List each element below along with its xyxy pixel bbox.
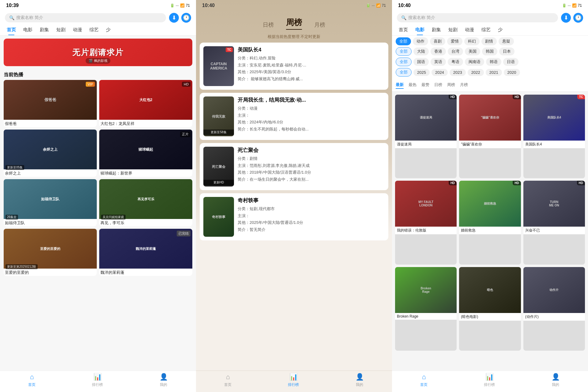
tab-anime-3[interactable]: 动漫 (461, 24, 478, 35)
ranking-item-1[interactable]: CAPTAINAMERICA TC 美国队长4 分类：科幻,动作,冒险 主演：安… (200, 43, 388, 90)
filter-genre-mystery[interactable]: 悬疑 (499, 37, 514, 45)
tab-variety-3[interactable]: 综艺 (478, 24, 494, 35)
movie-badge-4: HD (449, 181, 457, 185)
movie-card-4[interactable]: MY FAULTLONDON HD 我的错误：伦敦版 (395, 181, 457, 264)
sort-weekly[interactable]: 周榜 (447, 82, 455, 89)
ranking-item-4[interactable]: 奇村轶事 奇村轶事 分类：短剧,现代都市 主演： 其他：2025年/中国大陆/普… (200, 193, 388, 240)
bottom-nav-profile-3[interactable]: 👤 我的 (552, 373, 560, 387)
filter-lang-hokkien[interactable]: 闽南语 (465, 58, 484, 66)
card-2[interactable]: 大红包2 HD 大红包2：龙凤呈祥 (99, 80, 192, 127)
ranking-category-4: 分类：短剧,现代都市 (238, 206, 385, 212)
tab-movie-1[interactable]: 电影 (20, 24, 36, 35)
bottom-nav-profile-2[interactable]: 👤 我的 (356, 373, 364, 387)
filter-lang-japanese[interactable]: 日语 (503, 58, 518, 66)
sort-toprated[interactable]: 最赞 (421, 82, 429, 89)
history-button-1[interactable]: 🕐 (181, 13, 191, 23)
bottom-nav-rank-3[interactable]: 📊 排行榜 (484, 373, 495, 387)
tab-series-1[interactable]: 剧集 (36, 24, 53, 35)
filter-year-2023[interactable]: 2023 (450, 69, 466, 76)
filter-genre-scifi[interactable]: 科幻 (464, 37, 480, 45)
filter-row-region: 全部 大陆 香港 台湾 美国 韩国 日本 (396, 47, 584, 56)
bottom-nav-home-3[interactable]: ⌂ 首页 (420, 373, 428, 387)
movie-card-7[interactable]: BrokenRage Broken Rage (395, 267, 457, 351)
filter-year-all[interactable]: 全部 (396, 68, 412, 77)
tab-variety-1[interactable]: 综艺 (86, 24, 102, 35)
ranking-tab-monthly[interactable]: 月榜 (314, 21, 325, 30)
card-5[interactable]: 如福侍卫队 26集全 如福侍卫队 (4, 179, 97, 226)
tab-movie-3[interactable]: 电影 (412, 24, 428, 35)
bottom-nav-rank-label-1: 排行榜 (92, 382, 103, 387)
ranking-tab-weekly[interactable]: 周榜 (286, 17, 302, 30)
filter-genre-comedy[interactable]: 喜剧 (430, 37, 445, 45)
filter-year-2021[interactable]: 2021 (486, 69, 502, 76)
filter-lang-mandarin[interactable]: 国语 (413, 58, 429, 66)
download-button-3[interactable]: ⬇ (561, 13, 571, 23)
bottom-nav-rank-1[interactable]: 📊 排行榜 (92, 373, 103, 387)
tab-series-3[interactable]: 剧集 (428, 24, 445, 35)
bottom-nav-home-2[interactable]: ⌂ 首页 (224, 373, 232, 387)
movie-badge-5: HD (513, 181, 521, 185)
filter-region-mainland[interactable]: 大陆 (413, 47, 429, 55)
download-button-1[interactable]: ⬇ (169, 13, 179, 23)
filter-year-2025[interactable]: 2025 (413, 69, 430, 76)
tab-anime-1[interactable]: 动漫 (69, 24, 86, 35)
ranking-tab-daily[interactable]: 日榜 (263, 21, 274, 30)
card-title-8: 魏洋的茉莉蓬 (99, 269, 192, 276)
movie-card-8[interactable]: 暗色 (暗色电影) (459, 267, 521, 351)
card-img-2: 大红包2 (99, 80, 192, 120)
filter-genre-action[interactable]: 动作 (413, 37, 428, 45)
sort-hottest[interactable]: 最热 (409, 82, 417, 89)
movie-card-9[interactable]: 动作片 (动作片) (523, 267, 585, 351)
tab-home-3[interactable]: 首页 (395, 24, 412, 35)
tab-home-1[interactable]: 首页 (3, 24, 20, 35)
filter-year-2020[interactable]: 2020 (504, 69, 520, 76)
banner-1[interactable]: 无片剧请求片 🎬 枫的影视 (4, 39, 192, 66)
filter-lang-korean[interactable]: 韩语 (486, 58, 501, 66)
bottom-nav-rank-2[interactable]: 📊 排行榜 (288, 373, 299, 387)
search-input-wrap-1[interactable]: 🔍 搜索名称 简介 (5, 13, 166, 22)
tab-more-1[interactable]: 少 (102, 24, 114, 35)
filter-region-tw[interactable]: 台湾 (448, 47, 463, 55)
card-7[interactable]: 至爱的至爱的 更新至第20250212期 至爱的至爱的 (4, 229, 97, 276)
tab-short-3[interactable]: 短剧 (445, 24, 461, 35)
movie-badge-2: HD (513, 95, 521, 99)
movie-card-5[interactable]: 婚前救急 HD 婚前救急 (459, 181, 521, 264)
filter-genre-all[interactable]: 全部 (396, 37, 411, 45)
tab-more-3[interactable]: 少 (494, 24, 506, 35)
filter-genre-drama[interactable]: 剧情 (481, 37, 497, 45)
card-4[interactable]: 猩球崛起 正片 猩球崛起：新世界 (99, 130, 192, 177)
tab-short-1[interactable]: 短剧 (53, 24, 69, 35)
movie-card-2[interactable]: "骗骗"喜欢你 HD "骗骗"喜欢你 (459, 95, 521, 178)
bottom-nav-profile-1[interactable]: 👤 我的 (160, 373, 168, 387)
filter-region-kr[interactable]: 韩国 (482, 47, 497, 55)
movie-card-3[interactable]: 美国队长4 TC 美国队长4 (523, 95, 585, 178)
filter-lang-all[interactable]: 全部 (396, 58, 412, 66)
filter-year-2022[interactable]: 2022 (468, 69, 484, 76)
movie-card-1[interactable]: 谍徒迷局 HD 谍徒迷局 (395, 95, 457, 178)
card-6[interactable]: 再见李可乐 吴京闫妮组家庭 再见，李可乐 (99, 179, 192, 226)
filter-region-hk[interactable]: 香港 (431, 47, 446, 55)
search-input-wrap-3[interactable]: 🔍 搜索名称 简介 (397, 13, 558, 22)
card-8[interactable]: 魏洋的茉莉蓬 已完结 魏洋的茉莉蓬 (99, 229, 192, 276)
history-button-3[interactable]: 🕐 (573, 13, 583, 23)
filter-year-2024[interactable]: 2024 (432, 69, 448, 76)
card-update-6: 吴京闫妮组家庭 (101, 215, 126, 220)
card-img-3: 余烬之上 (4, 130, 97, 169)
rank-icon-1: 📊 (93, 373, 102, 381)
ranking-item-3[interactable]: 死亡聚会 更新HD 死亡聚会 分类：剧情 主演：范雨彤,刘君源,李允傲,陈皓,谢… (200, 143, 388, 190)
sort-daily[interactable]: 日榜 (434, 82, 442, 89)
ranking-item-2[interactable]: 传我无敌 更新至58集 开局我长生，结局我无敌·动... 分类：动漫 主演： 其… (200, 93, 388, 140)
filter-region-jp[interactable]: 日本 (499, 47, 514, 55)
bottom-nav-home-1[interactable]: ⌂ 首页 (28, 373, 36, 387)
card-badge-4: 正片 (180, 131, 190, 137)
card-1[interactable]: 假爸爸 VIP 假爸爸 (4, 80, 97, 127)
card-3[interactable]: 余烬之上 更新至05集 余烬之上 (4, 130, 97, 177)
movie-card-6[interactable]: TURNME ON HD 兴奋不已 (523, 181, 585, 264)
filter-region-all[interactable]: 全部 (396, 47, 412, 56)
filter-genre-romance[interactable]: 爱情 (447, 37, 462, 45)
filter-lang-english[interactable]: 英语 (431, 58, 446, 66)
sort-monthly[interactable]: 月榜 (460, 82, 468, 89)
sort-newest[interactable]: 最新 (396, 82, 404, 89)
filter-region-us[interactable]: 美国 (465, 47, 480, 55)
filter-lang-cantonese[interactable]: 粤语 (448, 58, 463, 66)
